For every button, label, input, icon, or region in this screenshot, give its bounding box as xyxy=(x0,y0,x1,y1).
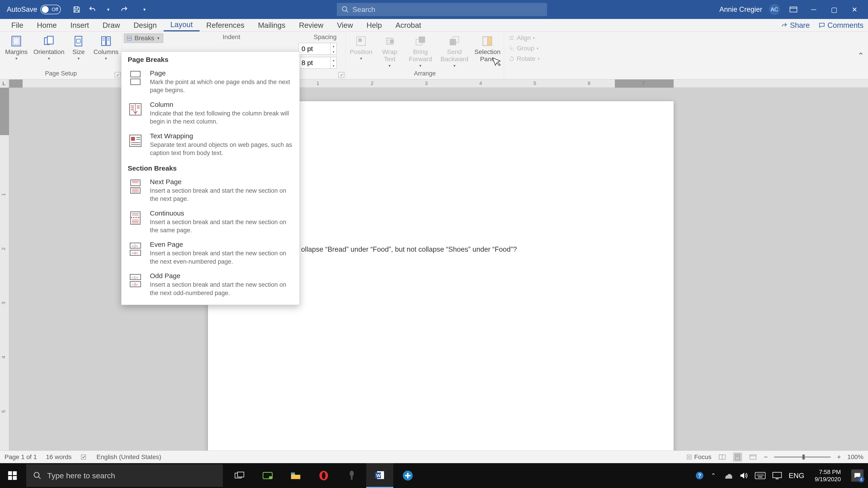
status-words[interactable]: 16 words xyxy=(46,453,72,461)
tab-review[interactable]: Review xyxy=(292,19,330,31)
zoom-slider[interactable] xyxy=(774,456,831,458)
tray-overflow-icon[interactable]: ⌃ xyxy=(711,472,716,479)
tab-help[interactable]: Help xyxy=(360,19,389,31)
break-next-page[interactable]: Next PageInsert a section break and star… xyxy=(121,175,300,206)
tray-help-icon[interactable]: ? xyxy=(695,471,704,480)
tab-acrobat[interactable]: Acrobat xyxy=(389,19,428,31)
paragraph-dialog-launcher[interactable]: ⤢ xyxy=(338,72,344,78)
breaks-button[interactable]: Breaks▾ xyxy=(124,33,163,43)
chevron-down-icon: ▾ xyxy=(48,56,50,61)
comments-button[interactable]: Comments xyxy=(819,21,864,30)
orientation-label: Orientation xyxy=(33,48,64,56)
tray-language[interactable]: ENG xyxy=(789,471,804,480)
qat-customize-icon[interactable]: ▾ xyxy=(140,5,149,14)
margins-button[interactable]: Margins▾ xyxy=(3,33,29,61)
close-icon[interactable]: ✕ xyxy=(848,5,861,14)
print-layout-icon[interactable] xyxy=(733,453,742,462)
tray-project-icon[interactable] xyxy=(772,472,782,479)
tray-notifications[interactable]: 4 xyxy=(851,469,864,482)
spacing-before-input[interactable]: ▴▾ xyxy=(299,43,337,55)
tab-home[interactable]: Home xyxy=(30,19,64,31)
tab-references[interactable]: References xyxy=(199,19,251,31)
break-page[interactable]: PageMark the point at which one page end… xyxy=(121,66,300,98)
focus-mode-button[interactable]: Focus xyxy=(686,453,711,461)
tab-design[interactable]: Design xyxy=(127,19,164,31)
share-button[interactable]: Share xyxy=(781,21,810,30)
tab-layout[interactable]: Layout xyxy=(164,19,199,31)
spin-up-icon[interactable]: ▴ xyxy=(331,43,336,49)
notification-badge: 4 xyxy=(858,476,864,483)
tab-selector[interactable]: L xyxy=(0,79,8,88)
undo-icon[interactable] xyxy=(88,5,97,14)
break-column[interactable]: ColumnIndicate that the text following t… xyxy=(121,98,300,129)
taskbar-app-opera[interactable] xyxy=(310,463,337,488)
tab-view[interactable]: View xyxy=(330,19,360,31)
break-odd-page[interactable]: =1==3=Odd PageInsert a section break and… xyxy=(121,269,300,300)
undo-dropdown-icon[interactable]: ▾ xyxy=(104,5,113,14)
user-area: Annie Cregier AC ─ ▢ ✕ xyxy=(712,4,868,15)
focus-label: Focus xyxy=(694,453,711,461)
autosave-toggle[interactable]: AutoSave Off xyxy=(0,5,68,14)
taskbar-app-unknown[interactable] xyxy=(338,463,365,488)
taskbar-search[interactable]: Type here to search xyxy=(26,464,223,487)
ribbon-display-icon[interactable] xyxy=(786,5,800,14)
user-avatar[interactable]: AC xyxy=(769,4,780,15)
minimize-icon[interactable]: ─ xyxy=(807,5,820,14)
chevron-down-icon: ▾ xyxy=(538,57,539,61)
columns-label: Columns xyxy=(94,48,119,56)
collapse-ribbon-icon[interactable]: ⌃ xyxy=(858,51,864,60)
break-even-page[interactable]: =2==4=Even PageInsert a section break an… xyxy=(121,237,300,269)
svg-rect-54 xyxy=(735,454,740,460)
status-language[interactable]: English (United States) xyxy=(96,453,161,461)
start-button[interactable] xyxy=(0,463,25,488)
break-text-wrapping[interactable]: Text WrappingSeparate text around object… xyxy=(121,129,300,160)
taskbar-app-explorer[interactable] xyxy=(282,463,309,488)
save-icon[interactable] xyxy=(72,5,81,14)
web-layout-icon[interactable] xyxy=(748,453,757,462)
taskbar: Type here to search W ? ⌃ ENG 7:58 PM9/1… xyxy=(0,463,868,488)
tab-file[interactable]: File xyxy=(4,19,30,31)
spin-down-icon[interactable]: ▾ xyxy=(331,63,336,68)
document-text[interactable]: ollapse “Bread” under “Food”, but not co… xyxy=(301,246,517,254)
size-button[interactable]: Size▾ xyxy=(68,33,88,61)
svg-rect-49 xyxy=(81,455,86,459)
zoom-out-button[interactable]: − xyxy=(764,453,768,461)
redo-icon[interactable] xyxy=(120,5,129,14)
zoom-level[interactable]: 100% xyxy=(847,453,864,461)
search-box[interactable]: Search xyxy=(337,3,547,16)
tray-onedrive-icon[interactable] xyxy=(723,472,732,479)
vertical-ruler[interactable]: 1 2 3 4 5 xyxy=(0,88,9,463)
maximize-icon[interactable]: ▢ xyxy=(827,5,841,14)
taskbar-app-word[interactable]: W xyxy=(366,463,393,488)
zoom-in-button[interactable]: + xyxy=(837,453,841,461)
break-continuous[interactable]: ContinuousInsert a section break and sta… xyxy=(121,206,300,238)
spin-up-icon[interactable]: ▴ xyxy=(331,57,336,63)
ruler-margin-left xyxy=(9,79,23,88)
taskbar-app-plus[interactable] xyxy=(394,463,421,488)
group-icon xyxy=(508,45,515,51)
align-label: Align xyxy=(517,34,531,41)
tray-volume-icon[interactable] xyxy=(739,471,748,480)
page-setup-dialog-launcher[interactable]: ⤢ xyxy=(115,72,121,78)
taskbar-app-xbox[interactable] xyxy=(254,463,281,488)
tab-draw[interactable]: Draw xyxy=(96,19,127,31)
svg-rect-60 xyxy=(13,471,17,475)
tab-insert[interactable]: Insert xyxy=(64,19,96,31)
spellcheck-icon[interactable] xyxy=(81,454,88,460)
group-page-setup: Margins▾ Orientation▾ Size▾ Columns▾ Pag… xyxy=(0,32,122,79)
autosave-switch[interactable]: Off xyxy=(40,5,61,14)
tray-clock[interactable]: 7:58 PM9/19/2020 xyxy=(811,468,844,483)
spacing-after-field[interactable] xyxy=(299,59,331,67)
orientation-button[interactable]: Orientation▾ xyxy=(34,33,64,61)
read-mode-icon[interactable] xyxy=(718,453,727,462)
columns-button[interactable]: Columns▾ xyxy=(94,33,119,61)
status-page[interactable]: Page 1 of 1 xyxy=(4,453,37,461)
group-label: Group xyxy=(517,45,534,52)
spin-down-icon[interactable]: ▾ xyxy=(331,49,336,55)
spacing-after-input[interactable]: ▴▾ xyxy=(299,57,337,69)
break-textwrap-desc: Separate text around objects on web page… xyxy=(150,141,293,157)
tray-keyboard-icon[interactable] xyxy=(755,472,766,480)
spacing-before-field[interactable] xyxy=(299,45,331,53)
tab-mailings[interactable]: Mailings xyxy=(251,19,292,31)
task-view-button[interactable] xyxy=(226,463,253,488)
